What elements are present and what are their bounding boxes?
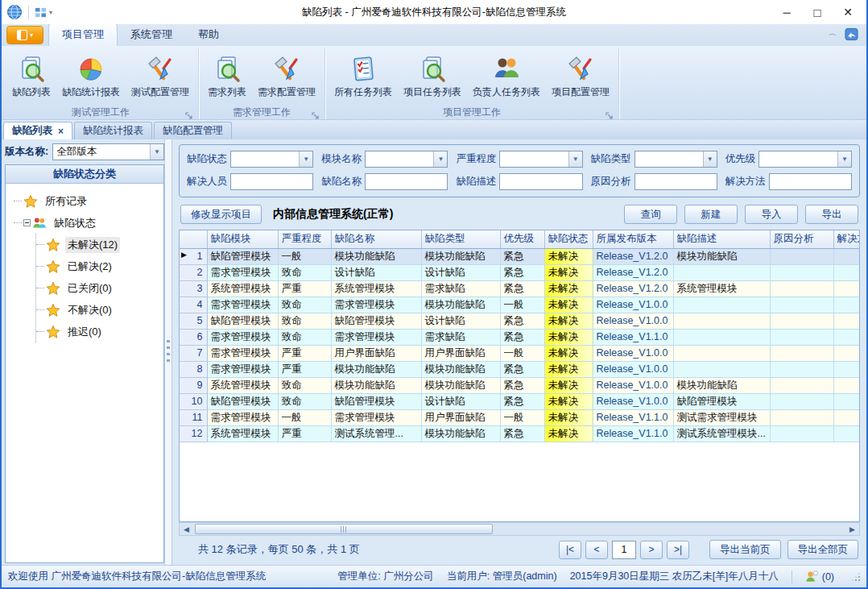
export-button[interactable]: 导出 bbox=[805, 205, 858, 224]
grid-cell bbox=[673, 345, 770, 361]
grid-column-header[interactable]: 缺陷描述 bbox=[673, 230, 770, 248]
first-page-button[interactable]: |< bbox=[559, 541, 581, 559]
filter-resolver[interactable] bbox=[230, 173, 313, 190]
scroll-left-icon[interactable]: ◀ bbox=[180, 523, 193, 535]
filter-defect-type[interactable]: ▼ bbox=[634, 151, 717, 168]
next-page-button[interactable]: > bbox=[640, 541, 663, 559]
doc-tab-2[interactable]: 缺陷统计报表 bbox=[74, 122, 152, 139]
tree-item-wont-fix[interactable]: 不解决(0) bbox=[36, 299, 162, 321]
test-config-management-button[interactable]: 测试配置管理 bbox=[126, 54, 195, 101]
grid-column-header[interactable]: 优先级 bbox=[500, 230, 544, 248]
table-row[interactable]: 3系统管理模块严重系统管理模块需求缺陷紧急未解决Release_V1.2.0系统… bbox=[180, 280, 860, 297]
defect-status-tree: 所有记录缺陷状态未解决(12)已解决(2)已关闭(0)不解决(0)推迟(0) bbox=[6, 184, 163, 562]
filter-severity[interactable]: ▼ bbox=[499, 151, 582, 168]
grid-column-header[interactable]: 缺陷名称 bbox=[331, 230, 421, 248]
grid-cell: 缺陷管理模块 bbox=[331, 313, 421, 329]
close-icon[interactable]: × bbox=[58, 126, 64, 137]
version-combobox[interactable]: 全部版本 ▼ bbox=[52, 143, 164, 160]
grid-column-header[interactable]: 所属发布版本 bbox=[593, 230, 673, 248]
prev-page-button[interactable]: < bbox=[585, 541, 608, 559]
table-row[interactable]: ▶1缺陷管理模块一般模块功能缺陷模块功能缺陷紧急未解决Release_V1.2.… bbox=[180, 248, 860, 264]
grid-column-header[interactable]: 解决方法 bbox=[833, 230, 860, 248]
minimize-button[interactable]: ─ bbox=[773, 2, 800, 22]
table-row[interactable]: 11需求管理模块一般需求管理模块用户界面缺陷一般未解决Release_V1.1.… bbox=[180, 409, 860, 425]
dialog-launcher-icon[interactable] bbox=[312, 109, 320, 117]
filter-module-name[interactable]: ▼ bbox=[365, 151, 448, 168]
chevron-down-icon[interactable]: ▼ bbox=[150, 144, 163, 160]
filter-defect-name[interactable] bbox=[365, 173, 448, 190]
quick-access-toolbar-icon[interactable]: ▾ bbox=[35, 6, 52, 19]
filter-solution[interactable] bbox=[769, 173, 852, 190]
project-tasks-list-button[interactable]: 项目任务列表 bbox=[398, 54, 467, 101]
dialog-launcher-icon[interactable] bbox=[606, 109, 614, 117]
doc-tab-3[interactable]: 缺陷配置管理 bbox=[154, 122, 232, 139]
tree-item-all-records[interactable]: 所有记录 bbox=[14, 190, 162, 212]
table-row[interactable]: 4需求管理模块致命需求管理模块模块功能缺陷一般未解决Release_V1.0.0 bbox=[180, 297, 860, 313]
scroll-right-icon[interactable]: ▶ bbox=[845, 523, 859, 535]
owner-tasks-list-button[interactable]: 负责人任务列表 bbox=[467, 54, 546, 101]
filter-defect-status[interactable]: ▼ bbox=[230, 151, 313, 168]
tree-item-postponed[interactable]: 推迟(0) bbox=[36, 321, 162, 342]
ribbon-tab-2[interactable]: 系统管理 bbox=[118, 24, 185, 46]
grid-column-header[interactable]: 缺陷模块 bbox=[207, 230, 278, 248]
table-row[interactable]: 12系统管理模块严重测试系统管理...模块功能缺陷紧急未解决Release_V1… bbox=[180, 425, 860, 442]
grid-column-header[interactable]: 原因分析 bbox=[770, 230, 833, 248]
project-config-management-button[interactable]: 项目配置管理 bbox=[546, 54, 615, 101]
table-row[interactable]: 5缺陷管理模块致命缺陷管理模块设计缺陷紧急未解决Release_V1.0.0 bbox=[180, 313, 860, 329]
import-button[interactable]: 导入 bbox=[745, 205, 798, 224]
requirement-list-button[interactable]: 需求列表 bbox=[202, 54, 252, 101]
grid-column-header[interactable]: 缺陷状态 bbox=[544, 230, 593, 248]
all-tasks-list-button[interactable]: 所有任务列表 bbox=[329, 54, 398, 101]
doc-tab-1[interactable]: 缺陷列表× bbox=[3, 122, 72, 139]
application-menu-button[interactable]: ▾ bbox=[6, 26, 43, 44]
close-button[interactable]: ✕ bbox=[834, 2, 862, 22]
filter-cause-analysis[interactable] bbox=[634, 173, 717, 190]
tree-collapse-icon[interactable] bbox=[23, 219, 31, 226]
tree-item-closed[interactable]: 已关闭(0) bbox=[36, 277, 162, 299]
page-number-input[interactable] bbox=[612, 541, 636, 559]
grid-cell: Release_V1.0.0 bbox=[593, 377, 673, 393]
tools-icon bbox=[147, 56, 174, 83]
chevron-down-icon[interactable]: ▼ bbox=[568, 151, 582, 167]
query-button[interactable]: 查询 bbox=[624, 205, 677, 224]
chevron-down-icon[interactable]: ▼ bbox=[299, 151, 312, 167]
filter-priority[interactable]: ▼ bbox=[758, 151, 852, 168]
export-current-page-button[interactable]: 导出当前页 bbox=[709, 540, 781, 559]
filter-defect-description[interactable] bbox=[499, 173, 582, 190]
table-row[interactable]: 2需求管理模块致命设计缺陷设计缺陷紧急未解决Release_V1.2.0 bbox=[180, 264, 860, 280]
defect-list-button[interactable]: 缺陷列表 bbox=[6, 54, 56, 101]
ribbon-tab-1[interactable]: 项目管理 bbox=[48, 23, 118, 46]
scrollbar-track[interactable] bbox=[193, 523, 845, 535]
dialog-launcher-icon[interactable] bbox=[185, 109, 193, 117]
ribbon-button-label: 需求列表 bbox=[208, 85, 246, 99]
help-icon[interactable] bbox=[845, 27, 858, 41]
table-row[interactable]: 9系统管理模块致命模块功能缺陷模块功能缺陷紧急未解决Release_V1.0.0… bbox=[180, 377, 860, 393]
scrollbar-thumb[interactable] bbox=[195, 524, 493, 534]
table-row[interactable]: 8需求管理模块严重模块功能缺陷模块功能缺陷紧急未解决Release_V1.0.0 bbox=[180, 361, 860, 377]
tree-item-unresolved[interactable]: 未解决(12) bbox=[36, 234, 162, 255]
tree-item-resolved[interactable]: 已解决(2) bbox=[36, 255, 162, 277]
chevron-down-icon[interactable]: ▼ bbox=[703, 151, 717, 167]
requirement-config-management-button[interactable]: 需求配置管理 bbox=[252, 54, 321, 101]
chevron-down-icon[interactable]: ▼ bbox=[837, 151, 851, 167]
grid-cell: 未解决 bbox=[544, 280, 593, 297]
new-button[interactable]: 新建 bbox=[684, 205, 738, 224]
chevron-down-icon[interactable]: ▼ bbox=[433, 151, 447, 167]
defect-stats-report-button[interactable]: 缺陷统计报表 bbox=[56, 54, 126, 101]
modify-display-items-button[interactable]: 修改显示项目 bbox=[180, 205, 262, 224]
table-row[interactable]: 10缺陷管理模块致命缺陷管理模块设计缺陷紧急未解决Release_V1.0.0缺… bbox=[180, 393, 860, 409]
horizontal-scrollbar[interactable]: ◀ ▶ bbox=[179, 522, 860, 536]
grid-column-header[interactable]: 缺陷类型 bbox=[421, 230, 500, 248]
table-row[interactable]: 6需求管理模块致命需求管理模块需求缺陷紧急未解决Release_V1.1.0 bbox=[180, 329, 860, 345]
ribbon-tab-3[interactable]: 帮助 bbox=[185, 24, 232, 46]
ribbon-collapse-icon[interactable]: ︿ bbox=[829, 29, 837, 38]
tree-item-defect-status[interactable]: 缺陷状态 bbox=[14, 212, 162, 234]
grid-column-header[interactable]: 严重程度 bbox=[278, 230, 331, 248]
maximize-button[interactable]: □ bbox=[804, 2, 831, 22]
export-all-pages-button[interactable]: 导出全部页 bbox=[787, 540, 859, 559]
app-globe-icon bbox=[6, 4, 23, 20]
last-page-button[interactable]: >| bbox=[667, 541, 689, 559]
sidebar-splitter[interactable] bbox=[164, 139, 172, 565]
table-row[interactable]: 7需求管理模块严重用户界面缺陷用户界面缺陷一般未解决Release_V1.0.0 bbox=[180, 345, 860, 361]
resize-grip-icon[interactable] bbox=[852, 573, 860, 581]
